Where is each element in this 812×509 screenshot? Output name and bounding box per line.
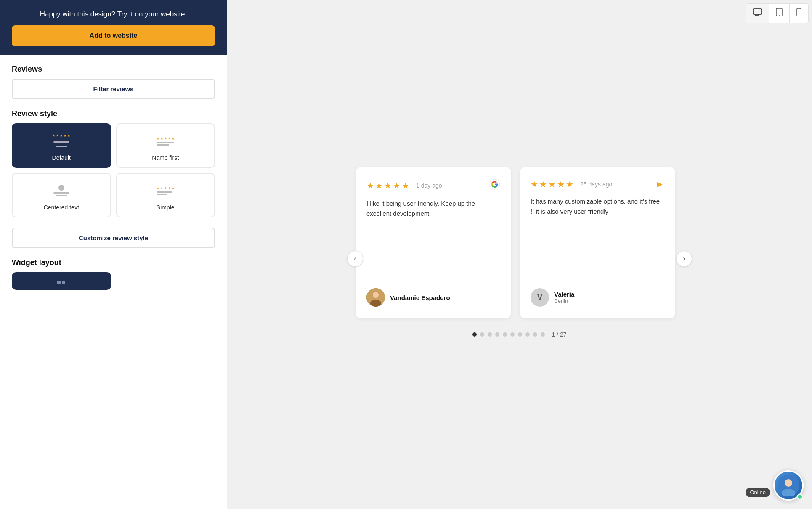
reviewer-avatar-1: [366, 288, 385, 307]
dot-2[interactable]: [480, 332, 484, 337]
star-4: ★: [393, 180, 401, 191]
review-card-2: ★ ★ ★ ★ ★ 25 days ago ► It has many cust…: [520, 167, 675, 318]
dot-8[interactable]: [525, 332, 530, 337]
style-label-centered-text: Centered text: [44, 204, 79, 211]
dot-10[interactable]: [541, 332, 545, 337]
star-5: ★: [402, 180, 409, 191]
dot-3[interactable]: [488, 332, 492, 337]
star-2: ★: [375, 180, 383, 191]
time-ago-1: 1 day ago: [416, 182, 442, 189]
stars-2: ★ ★ ★ ★ ★: [531, 179, 573, 189]
style-card-name-first[interactable]: ★★★★★ Name first: [116, 123, 215, 168]
default-icon: ★★★★★: [51, 133, 72, 149]
card-top-1: ★ ★ ★ ★ ★ 1 day ago: [366, 179, 500, 219]
review-style-title: Review style: [12, 109, 215, 118]
svg-point-10: [373, 292, 379, 298]
style-card-default[interactable]: ★★★★★ Default: [12, 123, 111, 168]
star2-1: ★: [531, 179, 538, 189]
dot-5[interactable]: [503, 332, 507, 337]
star2-3: ★: [548, 179, 556, 189]
source-icon-1: [489, 179, 500, 192]
style-label-simple: Simple: [157, 204, 175, 211]
preview-area: ‹ ★ ★ ★ ★ ★ 1 day ago: [227, 0, 812, 509]
style-card-centered-text[interactable]: Centered text: [12, 173, 111, 217]
star-3: ★: [384, 180, 392, 191]
carousel-prev-button[interactable]: ‹: [347, 251, 363, 267]
style-label-default: Default: [52, 154, 71, 161]
dot-4[interactable]: [495, 332, 499, 337]
page-counter: 1 / 27: [552, 331, 566, 338]
add-to-website-button[interactable]: Add to website: [12, 25, 215, 46]
star-1: ★: [366, 180, 374, 191]
right-panel: ‹ ★ ★ ★ ★ ★ 1 day ago: [227, 0, 812, 509]
source-icon-2: ►: [655, 179, 664, 190]
card-header-1: ★ ★ ★ ★ ★ 1 day ago: [366, 179, 500, 192]
reviewer-info-1: Vandamie Espadero: [390, 294, 450, 301]
reviews-section: Reviews Filter reviews: [12, 65, 215, 99]
card-footer-2: V Valeria Berlin: [531, 288, 664, 307]
widget-layout-card-default[interactable]: [12, 272, 111, 290]
widget-layout-options: [12, 272, 215, 290]
reviewer-name-2: Valeria: [554, 291, 574, 298]
reviewer-location-2: Berlin: [554, 298, 574, 304]
style-grid: ★★★★★ Default ★★★★★: [12, 123, 215, 217]
reviewer-avatar-2: V: [531, 288, 549, 307]
review-style-section: Review style ★★★★★ Default: [12, 109, 215, 217]
header-banner: Happy with this design? Try it on your w…: [0, 0, 227, 55]
left-panel: Happy with this design? Try it on your w…: [0, 0, 227, 509]
online-indicator: [797, 494, 803, 500]
widget-layout-section: Widget layout: [12, 258, 215, 290]
review-card-1: ★ ★ ★ ★ ★ 1 day ago: [356, 167, 511, 318]
carousel-next-button[interactable]: ›: [676, 251, 692, 267]
header-text: Happy with this design? Try it on your w…: [40, 10, 187, 19]
carousel-container: ★ ★ ★ ★ ★ 1 day ago: [356, 167, 675, 318]
widget-layout-title: Widget layout: [12, 258, 215, 267]
svg-point-13: [785, 479, 792, 487]
review-text-2: It has many customizable options, and it…: [531, 196, 664, 217]
star2-4: ★: [557, 179, 565, 189]
star2-5: ★: [566, 179, 573, 189]
carousel-wrapper: ‹ ★ ★ ★ ★ ★ 1 day ago: [356, 167, 684, 350]
card-top-2: ★ ★ ★ ★ ★ 25 days ago ► It has many cust…: [531, 179, 664, 217]
left-content: Reviews Filter reviews Review style ★★★★…: [0, 55, 227, 300]
time-ago-2: 25 days ago: [580, 181, 612, 188]
stars-1: ★ ★ ★ ★ ★: [366, 180, 409, 191]
centered-text-icon: [51, 182, 72, 199]
customize-review-style-button[interactable]: Customize review style: [12, 228, 215, 248]
dot-1[interactable]: [472, 332, 477, 337]
reviews-title: Reviews: [12, 65, 215, 74]
review-text-1: I like it being user-friendly. Keep up t…: [366, 199, 500, 219]
online-label: Online: [746, 488, 770, 497]
filter-reviews-button[interactable]: Filter reviews: [12, 79, 215, 99]
reviewer-info-2: Valeria Berlin: [554, 291, 574, 304]
dot-7[interactable]: [518, 332, 522, 337]
dot-6[interactable]: [510, 332, 515, 337]
star2-2: ★: [539, 179, 547, 189]
card-footer-1: Vandamie Espadero: [366, 288, 500, 307]
dot-9[interactable]: [533, 332, 537, 337]
style-card-simple[interactable]: ★★★★★ Simple: [116, 173, 215, 217]
name-first-icon: ★★★★★: [155, 133, 176, 149]
style-label-name-first: Name first: [152, 154, 179, 161]
pagination: 1 / 27: [356, 331, 684, 350]
simple-icon: ★★★★★: [155, 182, 176, 199]
card-header-2: ★ ★ ★ ★ ★ 25 days ago ►: [531, 179, 664, 190]
reviewer-name-1: Vandamie Espadero: [390, 294, 450, 301]
